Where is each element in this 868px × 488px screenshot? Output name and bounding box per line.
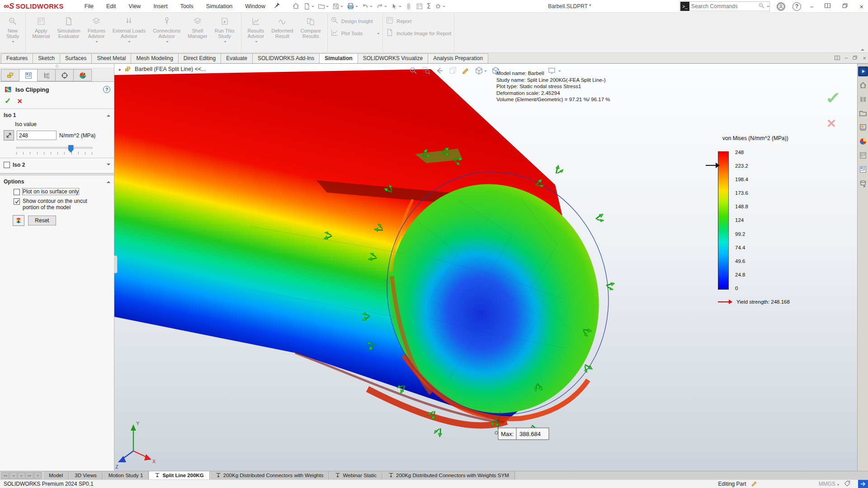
plot-tools-button[interactable]: Plot Tools	[330, 28, 380, 38]
iso2-section-header[interactable]: Iso 2	[0, 158, 114, 170]
equations-button[interactable]: Σ	[425, 1, 432, 11]
tab-features[interactable]: Features	[1, 53, 33, 63]
show-contour-checkbox[interactable]	[14, 198, 20, 205]
include-image-for-report-button[interactable]: Include Image for Report	[386, 28, 451, 38]
search-dropdown-icon[interactable]	[767, 6, 769, 9]
units-dropdown-icon[interactable]: ▴	[837, 482, 839, 486]
print-button[interactable]	[345, 1, 359, 11]
options-section-header[interactable]: Options	[0, 175, 114, 187]
tab-3d-views[interactable]: 3D Views	[69, 471, 102, 479]
search-scope-icon[interactable]: >_	[680, 2, 689, 11]
view-orientation-icon[interactable]	[475, 66, 487, 75]
results-advisor-flyout-icon[interactable]	[255, 41, 258, 44]
scroll-first-icon[interactable]: ◂◂	[1, 472, 9, 479]
connection-status-icon[interactable]	[858, 480, 868, 488]
3dexperience-icon[interactable]	[858, 66, 868, 76]
run-this-study-flyout-icon[interactable]	[224, 41, 226, 44]
select-button[interactable]	[389, 2, 403, 11]
menu-simulation[interactable]: Simulation	[201, 1, 238, 11]
menu-window[interactable]: Window	[240, 1, 270, 11]
save-button[interactable]	[331, 2, 344, 11]
tab-split-line-200kg[interactable]: Split Line 200KG	[149, 471, 209, 479]
tab-motion-study-1[interactable]: Motion Study 1	[103, 471, 149, 479]
edit-sketch-icon[interactable]	[751, 480, 758, 488]
menu-file[interactable]: File	[79, 1, 99, 11]
iso1-section-header[interactable]: Iso 1	[0, 109, 114, 120]
iso2-checkbox[interactable]	[4, 162, 10, 168]
appearances-scenes-icon[interactable]	[858, 136, 868, 146]
fixtures-advisor-flyout-icon[interactable]	[95, 41, 98, 44]
tab-200kg-distributed-connectors-sym[interactable]: 200Kg Distributed Connectors with Weight…	[382, 471, 515, 479]
property-tab-builder-icon[interactable]	[858, 164, 868, 174]
tab-sketch[interactable]: Sketch	[33, 53, 60, 63]
breadcrumb-expand-icon[interactable]: ▸	[119, 67, 121, 72]
run-this-study-button[interactable]: Run This Study	[211, 15, 238, 44]
custom-properties-icon[interactable]	[858, 150, 868, 160]
menu-tools[interactable]: Tools	[175, 1, 199, 11]
zoom-to-area-icon[interactable]	[422, 66, 431, 75]
minimize-window-icon[interactable]: –	[808, 3, 815, 10]
dimxpert-manager-tab[interactable]	[55, 69, 74, 81]
tab-evaluate[interactable]: Evaluate	[221, 53, 253, 63]
barbell-model[interactable]: Max: 388.684	[114, 69, 636, 440]
options-collapse-icon[interactable]	[107, 179, 110, 183]
search-input[interactable]	[691, 3, 758, 9]
tag-icon[interactable]	[844, 480, 851, 488]
breadcrumb-label[interactable]: Barbell (FEA Split Line) <<...	[135, 66, 206, 72]
options-button[interactable]	[433, 2, 447, 11]
breadcrumb[interactable]: ▸ Barbell (FEA Split Line) <<...	[119, 66, 206, 73]
help-icon[interactable]: ?	[793, 2, 801, 11]
show-contour-label[interactable]: Show contour on the uncut portion of the…	[23, 198, 104, 211]
panes-icon[interactable]	[822, 2, 833, 10]
restore-document-icon[interactable]	[852, 55, 858, 61]
search-commands-box[interactable]: >_	[679, 1, 770, 11]
external-loads-advisor-button[interactable]: External Loads Advisor	[109, 15, 149, 44]
tab-webinar-static[interactable]: Webinar Static	[329, 471, 382, 479]
menu-insert[interactable]: Insert	[148, 1, 173, 11]
tab-sheet-metal[interactable]: Sheet Metal	[91, 53, 131, 63]
panel-splitter-handle[interactable]	[114, 255, 118, 273]
new-document-button[interactable]	[302, 2, 316, 11]
ok-button[interactable]: ✓	[5, 97, 11, 105]
scroll-left-icon[interactable]: ◂	[9, 472, 17, 479]
minimize-document-icon[interactable]: –	[845, 55, 848, 61]
connections-advisor-button[interactable]: Connections Advisor	[149, 15, 184, 44]
cancel-button[interactable]: ×	[17, 97, 22, 105]
tab-direct-editing[interactable]: Direct Editing	[178, 53, 221, 63]
scroll-last-icon[interactable]: ▸▸	[26, 472, 33, 479]
tab-mesh-modeling[interactable]: Mesh Modeling	[131, 53, 178, 63]
reset-colors-button[interactable]	[13, 215, 24, 226]
home-button[interactable]	[291, 1, 301, 11]
configuration-manager-tab[interactable]	[37, 69, 56, 81]
report-button[interactable]: Report	[386, 16, 411, 26]
display-manager-tab[interactable]	[73, 69, 92, 81]
apply-material-button[interactable]: Apply Material	[28, 15, 53, 40]
compare-results-button[interactable]: Compare Results	[297, 15, 325, 40]
tab-surfaces[interactable]: Surfaces	[60, 53, 92, 63]
menu-edit[interactable]: Edit	[101, 1, 122, 11]
external-loads-flyout-icon[interactable]	[128, 41, 131, 44]
reset-button[interactable]: Reset	[28, 216, 56, 225]
shell-manager-button[interactable]: Shell Manager	[184, 15, 211, 40]
file-explorer-icon[interactable]	[858, 108, 868, 118]
tab-analysis-preparation[interactable]: Analysis Preparation	[428, 53, 488, 63]
tab-model[interactable]: Model	[43, 471, 69, 479]
tab-solidworks-add-ins[interactable]: SOLIDWORKS Add-Ins	[252, 53, 320, 63]
panel-grip[interactable]	[0, 64, 114, 68]
units-selector[interactable]: MMGS	[819, 481, 835, 487]
iso1-collapse-icon[interactable]	[107, 113, 110, 117]
ribbon-collapse-icon[interactable]	[861, 47, 864, 51]
restore-window-icon[interactable]	[840, 2, 850, 10]
fixtures-advisor-button[interactable]: Fixtures Advisor	[84, 15, 109, 44]
plot-on-iso-label[interactable]: Plot on iso surface only	[23, 188, 79, 195]
menu-view[interactable]: View	[123, 1, 146, 11]
login-icon[interactable]	[777, 2, 785, 11]
close-window-icon[interactable]: ×	[858, 3, 865, 10]
design-library-icon[interactable]	[858, 94, 868, 104]
property-manager-tab[interactable]	[19, 69, 38, 81]
view-palette-icon[interactable]	[858, 122, 868, 132]
tab-200kg-distributed-connectors[interactable]: 200Kg Distributed Connectors with Weight…	[210, 471, 330, 479]
undo-button[interactable]	[360, 2, 374, 11]
iso2-expand-icon[interactable]	[107, 164, 110, 167]
tab-solidworks-visualize[interactable]: SOLIDWORKS Visualize	[358, 53, 429, 63]
